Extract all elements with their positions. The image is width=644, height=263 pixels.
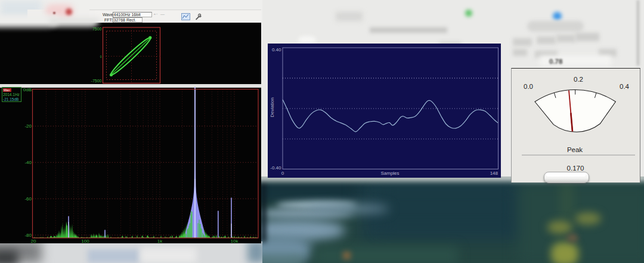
svg-text:0.2: 0.2	[574, 75, 583, 82]
svg-text:Max: Max	[4, 88, 10, 92]
svg-text:-20: -20	[24, 123, 32, 129]
svg-text:100: 100	[81, 239, 89, 244]
svg-text:-60: -60	[24, 196, 32, 202]
svg-text:0.4: 0.4	[620, 82, 630, 89]
svg-text:10k: 10k	[231, 239, 239, 244]
svg-text:0: 0	[281, 171, 284, 176]
svg-text:-0.40: -0.40	[270, 165, 281, 171]
svg-text:148: 148	[490, 171, 498, 176]
svg-text:20: 20	[31, 239, 36, 244]
svg-text:-21.15dB: -21.15dB	[3, 97, 18, 101]
svg-text:2014.1Hz: 2014.1Hz	[3, 92, 20, 97]
svg-text:0.40: 0.40	[271, 47, 281, 52]
svg-text:Peak: Peak	[567, 146, 583, 153]
svg-text:-40: -40	[24, 160, 32, 165]
svg-text:1k: 1k	[157, 239, 163, 244]
svg-text:0.0: 0.0	[524, 82, 533, 89]
svg-text:Samples: Samples	[380, 171, 399, 176]
svg-text:0dB: 0dB	[23, 87, 32, 92]
svg-text:Deviation: Deviation	[269, 97, 274, 117]
svg-text:-80: -80	[24, 233, 32, 238]
svg-text:0.170: 0.170	[567, 164, 584, 171]
